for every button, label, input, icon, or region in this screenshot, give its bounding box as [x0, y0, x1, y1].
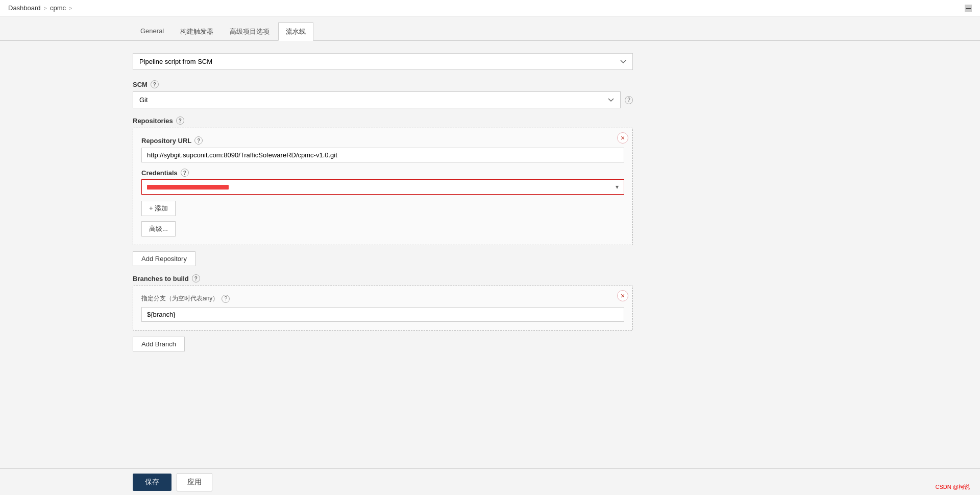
tab-advanced[interactable]: 高级项目选项 [222, 22, 277, 40]
breadcrumb: Dashboard > cpmc > [8, 4, 72, 12]
minimize-button[interactable]: — [965, 5, 972, 12]
breadcrumb-project[interactable]: cpmc [50, 4, 66, 12]
branches-help-icon[interactable]: ? [192, 274, 200, 282]
scm-inline-help-icon[interactable]: ? [625, 96, 633, 104]
apply-button[interactable]: 应用 [177, 473, 212, 491]
branches-section: Branches to build ? × 指定分支（为空时代表any） ? A… [133, 274, 633, 351]
breadcrumb-dashboard[interactable]: Dashboard [8, 4, 41, 12]
tab-build-triggers[interactable]: 构建触发器 [173, 22, 221, 40]
scm-select[interactable]: Git [133, 91, 621, 108]
bottom-bar: 保存 应用 [0, 468, 980, 495]
repositories-label: Repositories ? [133, 116, 633, 125]
repositories-help-icon[interactable]: ? [176, 116, 184, 125]
add-credential-button[interactable]: + 添加 [141, 201, 176, 216]
add-credential-wrap: + 添加 [141, 201, 624, 216]
branches-label: Branches to build ? [133, 274, 633, 282]
repo-url-help-icon[interactable]: ? [194, 136, 203, 145]
credentials-label: Credentials ? [141, 169, 624, 177]
add-branch-button[interactable]: Add Branch [133, 337, 185, 351]
top-right-controls: — [965, 5, 972, 12]
add-branch-wrap: Add Branch [133, 337, 633, 351]
top-bar: Dashboard > cpmc > — [0, 0, 980, 16]
breadcrumb-sep2: > [69, 5, 72, 11]
branch-input[interactable] [141, 307, 624, 322]
add-repository-wrap: Add Repository [133, 251, 633, 266]
add-repository-button[interactable]: Add Repository [133, 251, 195, 266]
branch-box: × 指定分支（为空时代表any） ? [133, 286, 633, 331]
repo-url-group: Repository URL ? [141, 136, 624, 162]
repo-url-input[interactable] [141, 148, 624, 162]
pipeline-definition-wrap: Pipeline script from SCM [133, 53, 972, 70]
branch-sub-help-icon[interactable]: ? [222, 295, 230, 303]
scm-section: SCM ? Git ? [133, 80, 633, 108]
save-button[interactable]: 保存 [133, 474, 172, 491]
credentials-help-icon[interactable]: ? [181, 169, 189, 177]
pipeline-definition-select[interactable]: Pipeline script from SCM [133, 53, 633, 70]
content-area: Pipeline script from SCM SCM ? Git ? Rep… [0, 41, 980, 400]
csdn-watermark: CSDN @柯说 [936, 483, 970, 491]
branch-close-button[interactable]: × [617, 290, 628, 301]
breadcrumb-sep1: > [44, 5, 47, 11]
tab-general[interactable]: General [133, 22, 172, 40]
main-content: General 构建触发器 高级项目选项 流水线 Pipeline script… [0, 16, 980, 495]
credentials-group: Credentials ? ▾ [141, 169, 624, 195]
scm-help-icon[interactable]: ? [151, 80, 159, 88]
tab-pipeline[interactable]: 流水线 [278, 22, 313, 41]
advanced-wrap: 高级... [141, 221, 624, 237]
tabs-bar: General 构建触发器 高级项目选项 流水线 [0, 16, 980, 41]
scm-label: SCM ? [133, 80, 633, 88]
scm-select-wrap: Git [133, 91, 621, 108]
scm-row: Git ? [133, 91, 633, 108]
repo-url-label: Repository URL ? [141, 136, 624, 145]
branch-sub-label: 指定分支（为空时代表any） ? [141, 294, 624, 303]
repository-box: × Repository URL ? Credentials ? [133, 128, 633, 245]
advanced-button[interactable]: 高级... [141, 221, 176, 237]
repository-close-button[interactable]: × [617, 132, 628, 144]
repositories-section: Repositories ? × Repository URL ? C [133, 116, 633, 266]
